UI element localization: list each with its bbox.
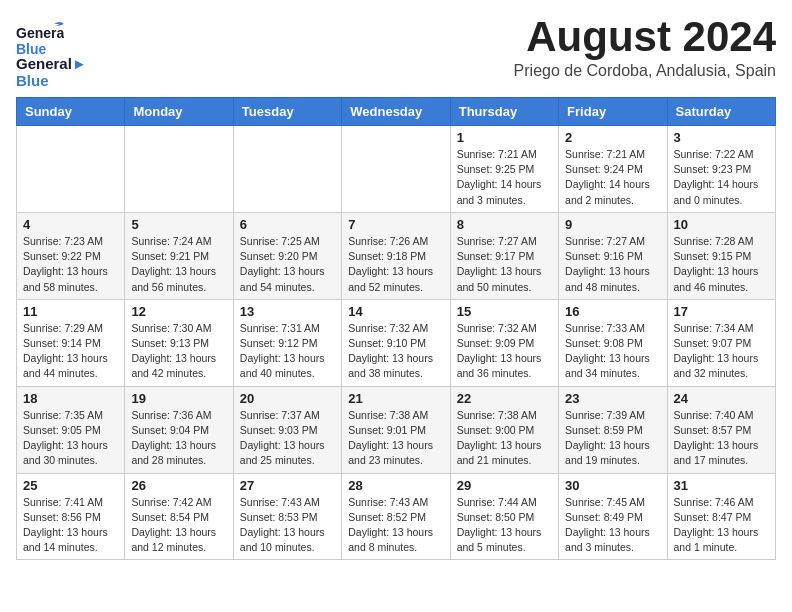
title-block: August 2024 Priego de Cordoba, Andalusia…: [514, 16, 776, 80]
day-number: 7: [348, 217, 443, 232]
page-header: General Blue General► Blue August 2024 P…: [16, 16, 776, 89]
table-row: 31Sunrise: 7:46 AM Sunset: 8:47 PM Dayli…: [667, 473, 775, 560]
day-info: Sunrise: 7:27 AM Sunset: 9:16 PM Dayligh…: [565, 234, 660, 295]
day-info: Sunrise: 7:21 AM Sunset: 9:24 PM Dayligh…: [565, 147, 660, 208]
day-number: 11: [23, 304, 118, 319]
day-info: Sunrise: 7:38 AM Sunset: 9:00 PM Dayligh…: [457, 408, 552, 469]
col-wednesday: Wednesday: [342, 98, 450, 126]
day-info: Sunrise: 7:45 AM Sunset: 8:49 PM Dayligh…: [565, 495, 660, 556]
table-row: 4Sunrise: 7:23 AM Sunset: 9:22 PM Daylig…: [17, 212, 125, 299]
table-row: 22Sunrise: 7:38 AM Sunset: 9:00 PM Dayli…: [450, 386, 558, 473]
table-row: [125, 126, 233, 213]
table-row: 11Sunrise: 7:29 AM Sunset: 9:14 PM Dayli…: [17, 299, 125, 386]
day-number: 4: [23, 217, 118, 232]
day-number: 13: [240, 304, 335, 319]
day-number: 31: [674, 478, 769, 493]
table-row: 30Sunrise: 7:45 AM Sunset: 8:49 PM Dayli…: [559, 473, 667, 560]
day-number: 9: [565, 217, 660, 232]
day-info: Sunrise: 7:29 AM Sunset: 9:14 PM Dayligh…: [23, 321, 118, 382]
day-number: 20: [240, 391, 335, 406]
col-saturday: Saturday: [667, 98, 775, 126]
day-number: 27: [240, 478, 335, 493]
day-number: 22: [457, 391, 552, 406]
day-info: Sunrise: 7:31 AM Sunset: 9:12 PM Dayligh…: [240, 321, 335, 382]
day-number: 18: [23, 391, 118, 406]
day-number: 6: [240, 217, 335, 232]
table-row: 26Sunrise: 7:42 AM Sunset: 8:54 PM Dayli…: [125, 473, 233, 560]
table-row: 25Sunrise: 7:41 AM Sunset: 8:56 PM Dayli…: [17, 473, 125, 560]
table-row: 7Sunrise: 7:26 AM Sunset: 9:18 PM Daylig…: [342, 212, 450, 299]
day-info: Sunrise: 7:43 AM Sunset: 8:52 PM Dayligh…: [348, 495, 443, 556]
day-info: Sunrise: 7:23 AM Sunset: 9:22 PM Dayligh…: [23, 234, 118, 295]
table-row: 27Sunrise: 7:43 AM Sunset: 8:53 PM Dayli…: [233, 473, 341, 560]
day-info: Sunrise: 7:33 AM Sunset: 9:08 PM Dayligh…: [565, 321, 660, 382]
table-row: [342, 126, 450, 213]
day-number: 2: [565, 130, 660, 145]
day-number: 23: [565, 391, 660, 406]
location-subtitle: Priego de Cordoba, Andalusia, Spain: [514, 62, 776, 80]
day-number: 24: [674, 391, 769, 406]
table-row: 17Sunrise: 7:34 AM Sunset: 9:07 PM Dayli…: [667, 299, 775, 386]
day-number: 5: [131, 217, 226, 232]
col-monday: Monday: [125, 98, 233, 126]
day-info: Sunrise: 7:40 AM Sunset: 8:57 PM Dayligh…: [674, 408, 769, 469]
day-info: Sunrise: 7:25 AM Sunset: 9:20 PM Dayligh…: [240, 234, 335, 295]
table-row: 29Sunrise: 7:44 AM Sunset: 8:50 PM Dayli…: [450, 473, 558, 560]
calendar-week-row: 18Sunrise: 7:35 AM Sunset: 9:05 PM Dayli…: [17, 386, 776, 473]
day-info: Sunrise: 7:46 AM Sunset: 8:47 PM Dayligh…: [674, 495, 769, 556]
calendar-header-row: Sunday Monday Tuesday Wednesday Thursday…: [17, 98, 776, 126]
day-number: 12: [131, 304, 226, 319]
table-row: 18Sunrise: 7:35 AM Sunset: 9:05 PM Dayli…: [17, 386, 125, 473]
day-number: 17: [674, 304, 769, 319]
day-info: Sunrise: 7:37 AM Sunset: 9:03 PM Dayligh…: [240, 408, 335, 469]
table-row: 16Sunrise: 7:33 AM Sunset: 9:08 PM Dayli…: [559, 299, 667, 386]
calendar-week-row: 1Sunrise: 7:21 AM Sunset: 9:25 PM Daylig…: [17, 126, 776, 213]
day-number: 26: [131, 478, 226, 493]
day-number: 16: [565, 304, 660, 319]
day-info: Sunrise: 7:27 AM Sunset: 9:17 PM Dayligh…: [457, 234, 552, 295]
table-row: [17, 126, 125, 213]
day-info: Sunrise: 7:42 AM Sunset: 8:54 PM Dayligh…: [131, 495, 226, 556]
table-row: 28Sunrise: 7:43 AM Sunset: 8:52 PM Dayli…: [342, 473, 450, 560]
logo-icon: General Blue: [16, 16, 64, 64]
month-year-title: August 2024: [514, 16, 776, 58]
day-number: 15: [457, 304, 552, 319]
table-row: 15Sunrise: 7:32 AM Sunset: 9:09 PM Dayli…: [450, 299, 558, 386]
col-tuesday: Tuesday: [233, 98, 341, 126]
day-number: 28: [348, 478, 443, 493]
day-number: 14: [348, 304, 443, 319]
table-row: 24Sunrise: 7:40 AM Sunset: 8:57 PM Dayli…: [667, 386, 775, 473]
table-row: 10Sunrise: 7:28 AM Sunset: 9:15 PM Dayli…: [667, 212, 775, 299]
col-friday: Friday: [559, 98, 667, 126]
day-info: Sunrise: 7:34 AM Sunset: 9:07 PM Dayligh…: [674, 321, 769, 382]
day-info: Sunrise: 7:30 AM Sunset: 9:13 PM Dayligh…: [131, 321, 226, 382]
day-info: Sunrise: 7:41 AM Sunset: 8:56 PM Dayligh…: [23, 495, 118, 556]
logo-bird-symbol: ►: [72, 55, 87, 72]
day-info: Sunrise: 7:22 AM Sunset: 9:23 PM Dayligh…: [674, 147, 769, 208]
calendar-table: Sunday Monday Tuesday Wednesday Thursday…: [16, 97, 776, 560]
logo-line2: Blue: [16, 72, 49, 89]
day-number: 29: [457, 478, 552, 493]
day-info: Sunrise: 7:39 AM Sunset: 8:59 PM Dayligh…: [565, 408, 660, 469]
day-info: Sunrise: 7:32 AM Sunset: 9:09 PM Dayligh…: [457, 321, 552, 382]
table-row: 3Sunrise: 7:22 AM Sunset: 9:23 PM Daylig…: [667, 126, 775, 213]
day-info: Sunrise: 7:35 AM Sunset: 9:05 PM Dayligh…: [23, 408, 118, 469]
day-info: Sunrise: 7:36 AM Sunset: 9:04 PM Dayligh…: [131, 408, 226, 469]
day-info: Sunrise: 7:24 AM Sunset: 9:21 PM Dayligh…: [131, 234, 226, 295]
day-number: 25: [23, 478, 118, 493]
table-row: [233, 126, 341, 213]
table-row: 2Sunrise: 7:21 AM Sunset: 9:24 PM Daylig…: [559, 126, 667, 213]
day-number: 19: [131, 391, 226, 406]
table-row: 5Sunrise: 7:24 AM Sunset: 9:21 PM Daylig…: [125, 212, 233, 299]
table-row: 13Sunrise: 7:31 AM Sunset: 9:12 PM Dayli…: [233, 299, 341, 386]
day-info: Sunrise: 7:26 AM Sunset: 9:18 PM Dayligh…: [348, 234, 443, 295]
logo: General Blue General► Blue: [16, 16, 87, 89]
col-thursday: Thursday: [450, 98, 558, 126]
table-row: 19Sunrise: 7:36 AM Sunset: 9:04 PM Dayli…: [125, 386, 233, 473]
table-row: 14Sunrise: 7:32 AM Sunset: 9:10 PM Dayli…: [342, 299, 450, 386]
day-info: Sunrise: 7:28 AM Sunset: 9:15 PM Dayligh…: [674, 234, 769, 295]
day-number: 21: [348, 391, 443, 406]
day-number: 1: [457, 130, 552, 145]
svg-text:General: General: [16, 25, 64, 41]
day-info: Sunrise: 7:43 AM Sunset: 8:53 PM Dayligh…: [240, 495, 335, 556]
